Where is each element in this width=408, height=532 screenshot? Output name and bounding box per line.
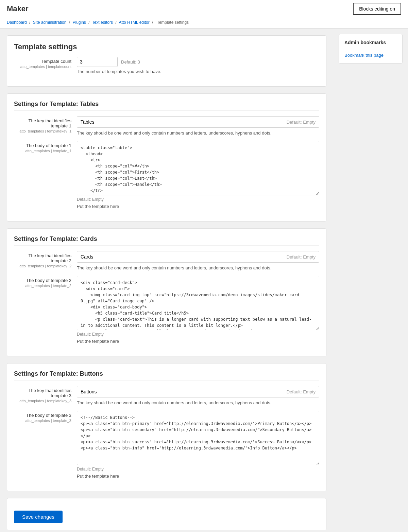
key-row-3: The key that identifies template 3 atto_… (14, 386, 319, 405)
body-row-2: The body of template 2 atto_templates | … (14, 276, 319, 344)
bookmark-this-page-link[interactable]: Bookmark this page (344, 53, 384, 58)
key-row-1: The key that identifies template 1 atto_… (14, 116, 319, 136)
body-textarea-3[interactable]: <!--//Basic Buttons--> <p><a class="btn … (77, 411, 319, 465)
template-section-3: Settings for Template: Buttons The key t… (7, 363, 326, 491)
breadcrumb-text-editors[interactable]: Text editors (92, 20, 113, 25)
section-heading-3: Settings for Template: Buttons (14, 370, 319, 380)
key-label-1: The key that identifies template 1 atto_… (14, 116, 77, 133)
key-input-2[interactable] (77, 251, 283, 262)
template-count-default: Default: 3 (121, 59, 140, 65)
body-label-3: The body of template 3 atto_templates | … (14, 411, 77, 423)
blocks-editing-button[interactable]: Blocks editing on (353, 3, 401, 15)
page-title: Template settings (14, 42, 319, 51)
breadcrumb-plugins[interactable]: Plugins (73, 20, 86, 25)
content-area: Template settings Template count atto_te… (0, 29, 333, 532)
save-changes-button[interactable]: Save changes (14, 511, 63, 523)
key-input-1[interactable] (77, 117, 283, 127)
section-heading-1: Settings for Template: Tables (14, 101, 319, 111)
template-count-input[interactable] (77, 57, 118, 67)
breadcrumb-current: Template settings (157, 20, 189, 25)
admin-bookmarks: Admin bookmarks Bookmark this page (339, 34, 403, 64)
section-heading-2: Settings for Template: Cards (14, 235, 319, 246)
template-sections: Settings for Template: Tables The key th… (7, 93, 326, 491)
template-count-row: Template count atto_templates | template… (14, 57, 319, 74)
breadcrumb-dashboard[interactable]: Dashboard (7, 20, 27, 25)
body-textarea-2[interactable]: <div class="card-deck"> <div class="card… (77, 276, 319, 330)
body-label-2: The body of template 2 atto_templates | … (14, 276, 77, 288)
body-row-1: The body of template 1 atto_templates | … (14, 141, 319, 209)
breadcrumb-atto[interactable]: Atto HTML editor (119, 20, 149, 25)
template-section-1: Settings for Template: Tables The key th… (7, 93, 326, 221)
topbar: Maker Blocks editing on (0, 0, 408, 18)
breadcrumb-site-admin[interactable]: Site administration (33, 20, 67, 25)
key-label-2: The key that identifies template 2 atto_… (14, 251, 77, 268)
save-section: Save changes (7, 498, 326, 530)
sidebar: Admin bookmarks Bookmark this page (333, 29, 408, 532)
body-textarea-1[interactable]: <table class="table"> <thead> <tr> <th s… (77, 141, 319, 195)
body-row-3: The body of template 3 atto_templates | … (14, 411, 319, 479)
key-label-3: The key that identifies template 3 atto_… (14, 386, 77, 403)
template-section-2: Settings for Template: Cards The key tha… (7, 228, 326, 356)
bookmarks-title: Admin bookmarks (344, 40, 397, 48)
key-input-3[interactable] (77, 386, 283, 397)
main-layout: Template settings Template count atto_te… (0, 29, 408, 532)
template-count-control: Default: 3 The number of templates you w… (77, 57, 319, 74)
header-section: Template settings Template count atto_te… (7, 35, 326, 87)
template-count-help: The number of templates you wish to have… (77, 69, 319, 74)
breadcrumb: Dashboard / Site administration / Plugin… (0, 18, 408, 29)
template-count-label: Template count atto_templates | template… (14, 57, 77, 69)
app-title: Maker (7, 4, 29, 13)
body-label-1: The body of template 1 atto_templates | … (14, 141, 77, 153)
key-row-2: The key that identifies template 2 atto_… (14, 251, 319, 270)
